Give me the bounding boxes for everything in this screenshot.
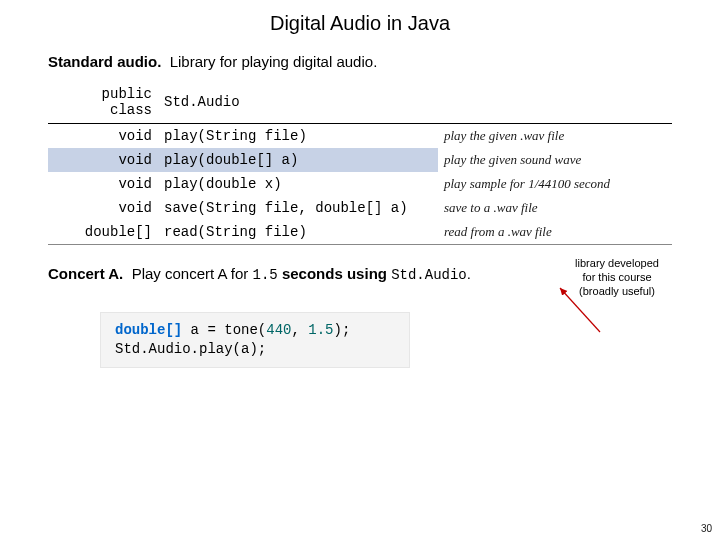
code-keyword: double[] xyxy=(115,322,182,338)
code-line: Std.Audio.play(a); xyxy=(115,340,395,359)
standard-label: Standard audio. xyxy=(48,53,161,70)
note-line: library developed xyxy=(562,257,672,271)
api-row: double[] read(String file) read from a .… xyxy=(48,220,672,244)
api-desc: play the given sound wave xyxy=(438,148,672,172)
api-ret: void xyxy=(48,196,158,220)
api-sig: save(String file, double[] a) xyxy=(158,196,438,220)
api-ret: void xyxy=(48,172,158,196)
api-sig: read(String file) xyxy=(158,220,438,244)
code-text: , xyxy=(291,322,308,338)
api-class-row: public class Std.Audio xyxy=(48,82,672,122)
api-ret: void xyxy=(48,148,158,172)
api-desc: read from a .wav file xyxy=(438,220,672,244)
api-table: public class Std.Audio void play(String … xyxy=(48,82,672,245)
code-text: ); xyxy=(333,322,350,338)
api-desc: save to a .wav file xyxy=(438,196,672,220)
api-row: void save(String file, double[] a) save … xyxy=(48,196,672,220)
concert-desc-b: seconds using xyxy=(278,265,391,282)
api-desc: play sample for 1/44100 second xyxy=(438,172,672,196)
api-class-name: Std.Audio xyxy=(158,82,438,122)
api-row: void play(double[] a) play the given sou… xyxy=(48,148,672,172)
api-class-kw: public class xyxy=(48,82,158,122)
api-class-desc xyxy=(438,82,672,122)
code-text: Std.Audio.play(a); xyxy=(115,341,266,357)
api-sig: play(String file) xyxy=(158,123,438,148)
api-ret: double[] xyxy=(48,220,158,244)
code-text: a = tone( xyxy=(182,322,266,338)
code-number: 440 xyxy=(266,322,291,338)
concert-lib: Std.Audio xyxy=(391,267,467,283)
api-sig: play(double x) xyxy=(158,172,438,196)
standard-desc: Library for playing digital audio. xyxy=(170,53,378,70)
api-row: void play(double x) play sample for 1/44… xyxy=(48,172,672,196)
concert-desc-a: Play concert A for xyxy=(132,265,253,282)
code-line: double[] a = tone(440, 1.5); xyxy=(115,321,395,340)
concert-label: Concert A. xyxy=(48,265,123,282)
note-line: (broadly useful) xyxy=(562,285,672,299)
api-desc: play the given .wav file xyxy=(438,123,672,148)
concert-section: Concert A. Play concert A for 1.5 second… xyxy=(0,265,720,298)
note-line: for this course xyxy=(562,271,672,285)
annotation-note: library developed for this course (broad… xyxy=(562,257,672,298)
api-row: void play(String file) play the given .w… xyxy=(48,123,672,148)
api-rule-bottom xyxy=(48,244,672,245)
concert-period: . xyxy=(467,265,471,282)
api-sig: play(double[] a) xyxy=(158,148,438,172)
standard-text: Standard audio. Library for playing digi… xyxy=(48,53,672,70)
standard-section: Standard audio. Library for playing digi… xyxy=(0,53,720,245)
api-ret: void xyxy=(48,123,158,148)
code-number: 1.5 xyxy=(308,322,333,338)
code-block: double[] a = tone(440, 1.5); Std.Audio.p… xyxy=(100,312,410,368)
page-number: 30 xyxy=(701,523,712,534)
concert-text: Concert A. Play concert A for 1.5 second… xyxy=(48,265,554,283)
slide-title: Digital Audio in Java xyxy=(0,0,720,53)
concert-duration: 1.5 xyxy=(253,267,278,283)
